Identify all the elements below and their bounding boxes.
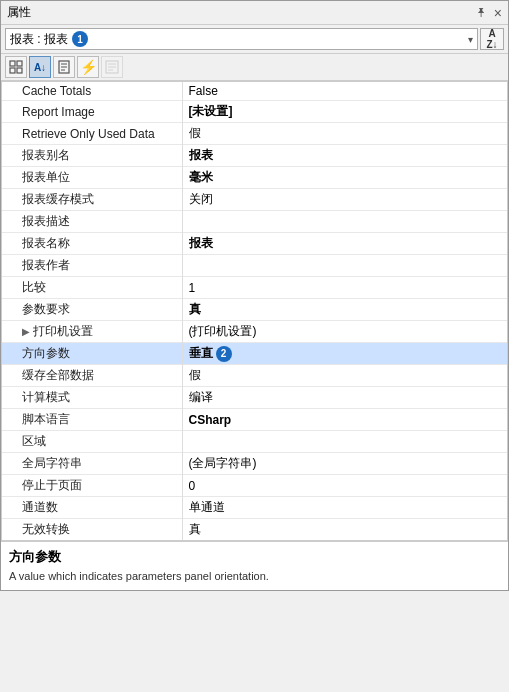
property-value: 关闭 [182,189,507,211]
property-name: 缓存全部数据 [2,365,182,387]
table-row[interactable]: 报表别名报表 [2,145,507,167]
property-name: Cache Totals [2,82,182,101]
title-bar: 属性 🖈 × [1,1,508,25]
selector-label: 报表 : 报表 1 [10,31,468,48]
property-name: Retrieve Only Used Data [2,123,182,145]
property-value: 假 [182,123,507,145]
table-row[interactable]: 报表缓存模式关闭 [2,189,507,211]
close-button[interactable]: × [494,5,502,21]
table-row[interactable]: 报表单位毫米 [2,167,507,189]
info-description: A value which indicates parameters panel… [9,569,500,584]
sort-az-button[interactable]: AZ↓ [480,28,504,50]
property-name: 通道数 [2,497,182,519]
info-title: 方向参数 [9,548,500,566]
property-name: 无效转换 [2,519,182,541]
properties-scroll-container[interactable]: Cache TotalsFalseReport Image[未设置]Retrie… [1,81,508,541]
table-row[interactable]: 比较1 [2,277,507,299]
search-button[interactable] [101,56,123,78]
badge-1: 1 [72,31,88,47]
table-row[interactable]: 报表作者 [2,255,507,277]
events-button[interactable]: ⚡ [77,56,99,78]
property-value: 0 [182,475,507,497]
search-icon [105,60,119,74]
property-value [182,431,507,453]
badge-2: 2 [216,346,232,362]
window-title: 属性 [7,4,31,21]
property-name: 计算模式 [2,387,182,409]
property-name: Report Image [2,101,182,123]
property-value: False [182,82,507,101]
icon-toolbar: A↓ ⚡ [1,54,508,81]
table-row[interactable]: ▶ 打印机设置(打印机设置) [2,321,507,343]
property-value: 报表 [182,145,507,167]
categories-icon-button[interactable] [5,56,27,78]
table-row[interactable]: 全局字符串(全局字符串) [2,453,507,475]
property-value: 假 [182,365,507,387]
svg-rect-0 [10,61,15,66]
property-name: 方向参数 [2,343,182,365]
dropdown-arrow-icon: ▾ [468,34,473,45]
table-row[interactable]: 计算模式编译 [2,387,507,409]
expand-arrow-icon: ▶ [22,326,30,337]
property-pages-button[interactable] [53,56,75,78]
table-row[interactable]: Cache TotalsFalse [2,82,507,101]
property-value: 真 [182,299,507,321]
property-value: 真 [182,519,507,541]
table-row[interactable]: Retrieve Only Used Data假 [2,123,507,145]
table-row[interactable]: 通道数单通道 [2,497,507,519]
property-value: 1 [182,277,507,299]
table-row[interactable]: 报表名称报表 [2,233,507,255]
property-value: 垂直2 [182,343,507,365]
svg-rect-3 [17,68,22,73]
property-value: 单通道 [182,497,507,519]
table-row[interactable]: 参数要求真 [2,299,507,321]
property-value: 编译 [182,387,507,409]
property-value: CSharp [182,409,507,431]
property-value: [未设置] [182,101,507,123]
sort-alpha-button[interactable]: A↓ [29,56,51,78]
property-name: 停止于页面 [2,475,182,497]
property-name: 区域 [2,431,182,453]
table-row[interactable]: 脚本语言CSharp [2,409,507,431]
property-name: 报表缓存模式 [2,189,182,211]
property-value [182,255,507,277]
selector-toolbar: 报表 : 报表 1 ▾ AZ↓ [1,25,508,54]
property-value: 报表 [182,233,507,255]
property-name: 报表单位 [2,167,182,189]
table-row[interactable]: 无效转换真 [2,519,507,541]
property-value: 毫米 [182,167,507,189]
table-row[interactable]: 区域 [2,431,507,453]
property-name: 报表作者 [2,255,182,277]
categories-icon [9,60,23,74]
object-selector[interactable]: 报表 : 报表 1 ▾ [5,28,478,50]
property-value: (打印机设置) [182,321,507,343]
property-value: (全局字符串) [182,453,507,475]
property-value [182,211,507,233]
info-panel: 方向参数 A value which indicates parameters … [1,541,508,590]
property-name: 报表名称 [2,233,182,255]
property-name: 脚本语言 [2,409,182,431]
table-row[interactable]: 方向参数垂直2 [2,343,507,365]
properties-window: 属性 🖈 × 报表 : 报表 1 ▾ AZ↓ A↓ [0,0,509,591]
svg-rect-2 [10,68,15,73]
property-name: 全局字符串 [2,453,182,475]
properties-table: Cache TotalsFalseReport Image[未设置]Retrie… [2,82,507,541]
property-name: 参数要求 [2,299,182,321]
table-row[interactable]: Report Image[未设置] [2,101,507,123]
table-row[interactable]: 停止于页面0 [2,475,507,497]
property-name: 报表描述 [2,211,182,233]
table-row[interactable]: 报表描述 [2,211,507,233]
pin-button[interactable]: 🖈 [475,5,488,20]
table-row[interactable]: 缓存全部数据假 [2,365,507,387]
title-bar-controls: 🖈 × [475,5,502,21]
property-name: 比较 [2,277,182,299]
property-pages-icon [57,60,71,74]
property-name: ▶ 打印机设置 [2,321,182,343]
property-name: 报表别名 [2,145,182,167]
svg-rect-1 [17,61,22,66]
